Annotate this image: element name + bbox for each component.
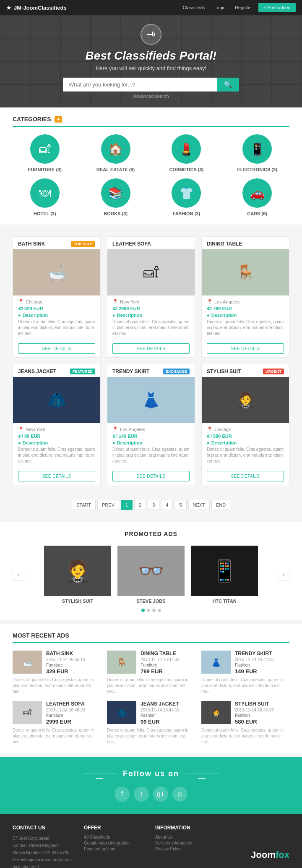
pagination-page-1[interactable]: 1 <box>121 500 133 510</box>
ad-desc-text-5: Donec ut quam felis. Cras egestas, quam … <box>207 447 284 464</box>
nav-login[interactable]: Login <box>211 4 229 11</box>
ad-location-4: 📍 Los Angeles <box>112 426 190 432</box>
footer-info-link-0[interactable]: About Us <box>155 835 218 839</box>
hero-content: Best Classifieds Portal! Here you will s… <box>63 24 239 99</box>
pagination-start[interactable]: START <box>72 500 96 510</box>
recent-header-5: 🤵 STYLISH SUIT 2013-11-14 16:40:33 Fashi… <box>201 701 289 725</box>
nav-register[interactable]: Register <box>232 4 255 11</box>
nav: Classifieds Login Register + Post advert <box>180 3 296 12</box>
ad-footer-2: SEE DETAILS <box>202 340 289 357</box>
pagination-page-3[interactable]: 3 <box>148 500 159 510</box>
ad-header-4: TRENDY SKIRT EXCHANGE <box>107 364 195 377</box>
category-circle-7: 🚗 <box>242 178 272 208</box>
see-details-button-3[interactable]: SEE DETAILS <box>18 471 95 481</box>
ads-grid: BATH SINK FOR SALE 🛁 📍 Chicago 🏷 329 EUR… <box>13 236 289 485</box>
pagination-page-2[interactable]: 2 <box>134 500 146 510</box>
carousel-dot-3[interactable] <box>152 609 156 612</box>
advanced-search-link[interactable]: Advanced search <box>63 94 239 99</box>
category-item-5[interactable]: 📚 BOOKS (3) <box>83 178 148 216</box>
carousel-dot-2[interactable] <box>147 609 150 612</box>
category-label-0: FURNITURE (3) <box>28 167 62 172</box>
category-label-3: ELECTRONICS (3) <box>237 167 277 172</box>
category-icon-3: 📱 <box>250 142 265 156</box>
ad-location-text-3: New York <box>26 427 45 432</box>
promoted-item-0[interactable]: 🤵 STYLISH SUIT <box>44 546 111 604</box>
promoted-items: 🤵 STYLISH SUIT 👓 STEVE JOBS 📱 HTC TITAN <box>24 546 278 604</box>
ad-badge-0: FOR SALE <box>71 241 95 247</box>
see-details-button-4[interactable]: SEE DETAILS <box>112 471 190 481</box>
recent-item-4: 🧥 JEANS JACKET 2013-11-14 16:44:10 Fashi… <box>107 701 195 745</box>
ad-price-2: 🏷 799 EUR <box>207 306 284 311</box>
recent-image-4: 🧥 <box>107 701 136 724</box>
footer-info-col: INFORMATION About UsDelivery information… <box>155 825 218 868</box>
pinterest-icon[interactable]: p <box>172 787 187 802</box>
post-advert-button[interactable]: + Post advert <box>258 3 296 12</box>
search-button[interactable]: 🔍 <box>217 78 239 92</box>
social-icons: f t g+ p <box>13 787 289 802</box>
pagination-page-5[interactable]: 5 <box>174 500 186 510</box>
footer-contact-text1: Pellentesque aliquam tortor nec molestud… <box>13 856 76 868</box>
category-icon-6: 👕 <box>179 186 194 200</box>
tag-icon-0: 🏷 <box>18 306 23 311</box>
see-details-button-1[interactable]: SEE DETAILS <box>112 343 190 354</box>
footer-offer-link-0[interactable]: All Classifieds <box>84 835 147 839</box>
ad-body-5: 📍 Chicago 🏷 580 EUR ● Description Donec … <box>202 423 289 468</box>
recent-price-0: 329 EUR <box>46 668 101 675</box>
category-item-3[interactable]: 📱 ELECTRONICS (3) <box>225 134 289 172</box>
hero-section: Best Classifieds Portal! Here you will s… <box>0 15 302 107</box>
nav-classifieds[interactable]: Classifieds <box>180 4 208 11</box>
footer-info-link-1[interactable]: Delivery information <box>155 841 218 845</box>
search-input[interactable] <box>63 78 217 92</box>
ad-desc-label-4: Description <box>117 440 143 445</box>
carousel-next-button[interactable]: › <box>278 569 289 580</box>
carousel-dot-1[interactable] <box>141 609 145 612</box>
pagination-end[interactable]: END <box>211 500 230 510</box>
ad-card-3: JEANS JACKET FEATURED 🧥 📍 New York 🏷 99 … <box>13 364 101 485</box>
recent-info-2: TRENDY SKIRT 2013-11-14 16:42:30 Fashion… <box>235 651 289 675</box>
facebook-icon[interactable]: f <box>115 787 130 802</box>
logo-star: ★ <box>6 5 11 11</box>
twitter-icon[interactable]: t <box>134 787 149 802</box>
recent-info-5: STYLISH SUIT 2013-11-14 16:40:33 Fashion… <box>235 701 289 725</box>
category-item-2[interactable]: 💄 COSMETICS (3) <box>154 134 219 172</box>
ad-header-1: LEATHER SOFA <box>107 237 195 249</box>
category-item-4[interactable]: 🍽 HOTEL (3) <box>13 178 77 216</box>
ad-location-text-0: Chicago <box>26 299 42 304</box>
footer-offer-link-2[interactable]: Payment options <box>84 847 147 851</box>
promoted-item-1[interactable]: 👓 STEVE JOBS <box>117 546 185 604</box>
pagination-page-4[interactable]: 4 <box>161 500 173 510</box>
ad-body-0: 📍 Chicago 🏷 329 EUR ● Description Donec … <box>13 295 100 340</box>
promoted-section: PROMOTED ADS ‹ 🤵 STYLISH SUIT 👓 STEVE JO… <box>0 522 302 620</box>
carousel-prev-button[interactable]: ‹ <box>13 569 24 580</box>
footer-offer-link-1[interactable]: Google maps integration <box>84 841 147 845</box>
category-item-6[interactable]: 👕 FASHION (3) <box>154 178 219 216</box>
ad-location-0: 📍 Chicago <box>18 299 95 304</box>
ad-footer-4: SEE DETAILS <box>107 468 195 485</box>
see-details-button-5[interactable]: SEE DETAILS <box>207 471 284 481</box>
ad-desc-text-4: Donec ut quam felis. Cras egestas, quam … <box>112 447 190 464</box>
recent-desc-3: Donec ut quam felis. Cras egestas, quam … <box>13 727 101 745</box>
hero-icon <box>141 24 161 45</box>
pagination-prev[interactable]: PREV <box>97 500 119 510</box>
ad-image-2: 🪑 <box>202 249 289 295</box>
promoted-item-2[interactable]: 📱 HTC TITAN <box>191 546 258 604</box>
google-plus-icon[interactable]: g+ <box>153 787 168 802</box>
see-details-button-0[interactable]: SEE DETAILS <box>18 343 95 354</box>
ad-title-4: TRENDY SKIRT <box>112 369 149 374</box>
carousel-dot-4[interactable] <box>158 609 161 612</box>
recent-image-3: 🛋 <box>13 701 42 724</box>
see-details-button-2[interactable]: SEE DETAILS <box>207 343 284 354</box>
recent-desc-5: Donec ut quam felis. Cras egestas, quam … <box>201 727 289 745</box>
follow-line-right: — <box>185 774 219 774</box>
ad-footer-1: SEE DETAILS <box>107 340 195 357</box>
ad-desc-text-2: Donec ut quam felis. Cras egestas, quam … <box>207 319 284 337</box>
recent-date-1: 2013-11-14 16:44:32 <box>141 657 195 662</box>
recent-item-1: 🪑 DINING TABLE 2013-11-14 16:44:32 Furni… <box>107 651 195 695</box>
recent-desc-4: Donec ut quam felis. Cras egestas, quam … <box>107 727 195 745</box>
pagination-next[interactable]: NEXT <box>188 500 210 510</box>
recent-section: MOST RECENT ADS 🛁 BATH SINK 2013-11-14 1… <box>0 624 302 753</box>
category-item-0[interactable]: 🛋 FURNITURE (3) <box>13 134 77 172</box>
footer-info-link-2[interactable]: Privacy Policy <box>155 847 218 851</box>
category-item-1[interactable]: 🏠 REAL ESTATE (6) <box>83 134 148 172</box>
category-item-7[interactable]: 🚗 CARS (6) <box>225 178 289 216</box>
